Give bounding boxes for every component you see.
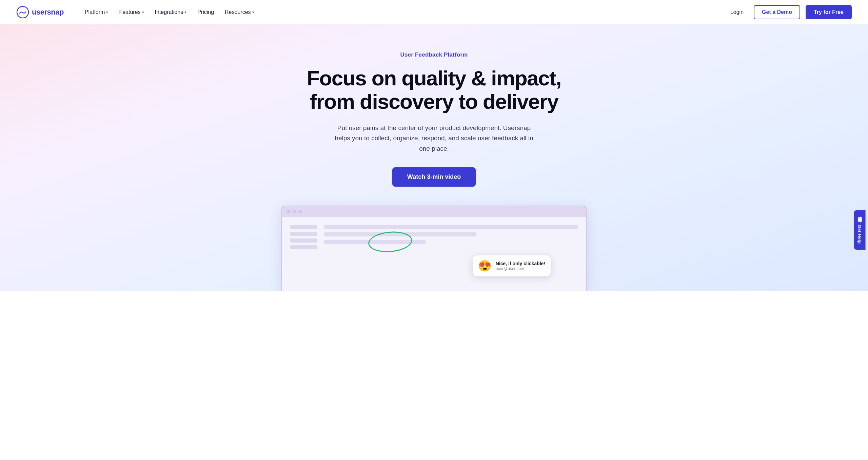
nav-right: Login Get a Demo Try for Free: [726, 5, 852, 19]
headset-icon: ☎: [856, 216, 863, 223]
logo-link[interactable]: usersnap: [16, 6, 64, 19]
tooltip-text-area: Nice, if only clickable! user@user.com: [496, 261, 545, 271]
get-demo-button[interactable]: Get a Demo: [754, 5, 800, 19]
chevron-down-icon: ▾: [142, 10, 144, 15]
hero-title: Focus on quality & impact, from discover…: [295, 66, 573, 113]
login-link[interactable]: Login: [726, 6, 748, 18]
nav-platform[interactable]: Platform ▾: [80, 6, 113, 18]
hero-section: User Feedback Platform Focus on quality …: [0, 24, 868, 291]
sidebar-placeholder-2: [290, 232, 317, 236]
chevron-down-icon: ▾: [184, 10, 186, 15]
mock-content: 😍 Nice, if only clickable! user@user.com: [282, 217, 586, 291]
hero-eyebrow: User Feedback Platform: [8, 51, 860, 58]
get-help-label: Get Help: [857, 225, 862, 244]
sidebar-placeholder-3: [290, 238, 317, 243]
tooltip-message: Nice, if only clickable!: [496, 261, 545, 266]
browser-dot-2: [293, 210, 296, 213]
mock-sidebar: [290, 225, 317, 283]
nav-links: Platform ▾ Features ▾ Integrations ▾ Pri…: [80, 6, 726, 18]
hero-subtitle: Put user pains at the center of your pro…: [329, 123, 539, 154]
tooltip-emoji: 😍: [478, 259, 492, 272]
tooltip-user: user@user.com: [496, 266, 545, 271]
mock-row-1: [324, 225, 578, 229]
sidebar-placeholder-1: [290, 225, 317, 229]
browser-dot-3: [298, 210, 302, 213]
chevron-down-icon: ▾: [106, 10, 108, 15]
sidebar-placeholder-4: [290, 245, 317, 249]
nav-resources[interactable]: Resources ▾: [220, 6, 259, 18]
nav-integrations[interactable]: Integrations ▾: [150, 6, 192, 18]
mock-browser: 😍 Nice, if only clickable! user@user.com: [281, 206, 587, 291]
nav-features[interactable]: Features ▾: [114, 6, 149, 18]
try-free-button[interactable]: Try for Free: [806, 5, 852, 19]
browser-dot-1: [287, 210, 291, 213]
nav-pricing[interactable]: Pricing: [193, 6, 219, 18]
get-help-tab[interactable]: ☎ Get Help: [854, 210, 865, 250]
navbar: usersnap Platform ▾ Features ▾ Integrati…: [0, 0, 868, 24]
product-screenshot: 😍 Nice, if only clickable! user@user.com: [281, 206, 587, 291]
watch-video-button[interactable]: Watch 3-min video: [392, 167, 476, 187]
logo-icon: [16, 6, 29, 19]
feedback-tooltip: 😍 Nice, if only clickable! user@user.com: [473, 255, 551, 276]
browser-titlebar: [282, 206, 586, 217]
mock-main-area: 😍 Nice, if only clickable! user@user.com: [324, 225, 578, 283]
brand-name: usersnap: [32, 8, 64, 17]
chevron-down-icon: ▾: [252, 10, 254, 15]
